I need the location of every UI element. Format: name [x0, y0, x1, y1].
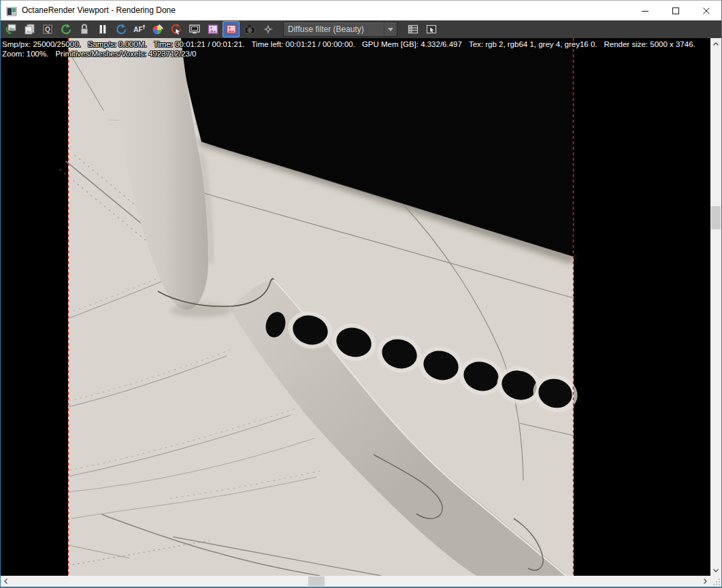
status-time-left: Time left: 00:01:21 / 00:00:00. [252, 40, 355, 48]
pick-zoom-icon: Q [41, 22, 54, 36]
vertical-scroll-thumb[interactable] [711, 206, 721, 229]
denoise-toggle-button[interactable] [259, 21, 276, 37]
minimize-icon [641, 7, 649, 15]
minimize-button[interactable] [629, 1, 660, 21]
scroll-up-button[interactable] [710, 38, 721, 50]
toolbar: Q [0, 20, 722, 38]
render-passes-button[interactable] [404, 21, 421, 37]
denoise-toggle-icon [261, 22, 275, 36]
render-region-button[interactable] [223, 21, 240, 37]
chevron-up-icon [712, 40, 720, 48]
render-viewport[interactable]: Smp/px: 25000/25000.Samp/s: 0.000M.Time:… [0, 38, 710, 576]
chevron-down-icon [712, 566, 720, 574]
white-balance-picker-button[interactable] [149, 21, 166, 37]
object-picker-icon [425, 22, 438, 36]
fit-to-viewport-icon [188, 22, 201, 36]
horizontal-scrollbar[interactable] [0, 576, 710, 587]
maximize-button[interactable] [660, 1, 691, 21]
scroll-right-button[interactable] [699, 576, 710, 587]
save-render-icon [4, 22, 18, 36]
octane-render-viewport-window: OctaneRender Viewport - Rendering Done [0, 0, 722, 588]
render-region-icon [225, 22, 238, 36]
save-render-button[interactable] [2, 21, 19, 37]
region-redraw-icon [169, 22, 183, 36]
window-title: OctaneRender Viewport - Rendering Done [22, 5, 176, 15]
status-textures: Tex: rgb 2, rgb64 1, grey 4, grey16 0. [469, 40, 597, 48]
camera-snapshot-button[interactable] [241, 21, 258, 37]
scroll-left-button[interactable] [0, 576, 12, 587]
object-picker-button[interactable] [423, 21, 440, 37]
autofocus-pick-icon: AF [132, 22, 147, 36]
region-redraw-button[interactable] [167, 21, 184, 37]
lock-resolution-icon [78, 22, 91, 36]
white-balance-picker-icon [151, 22, 165, 36]
resize-grip-icon [710, 576, 722, 587]
copy-image-icon [22, 22, 36, 36]
pause-render-icon [96, 22, 110, 36]
film-region-icon [206, 22, 220, 36]
status-primitives: Primitives/Meshes/Voxels: 4923712/23/0 [55, 50, 196, 58]
window-border-left [0, 0, 1, 588]
vertical-scrollbar[interactable] [710, 38, 721, 576]
app-icon [6, 6, 17, 17]
titlebar: OctaneRender Viewport - Rendering Done [0, 0, 722, 21]
fit-to-viewport-button[interactable] [186, 21, 203, 37]
status-samples-per-second: Samp/s: 0.000M. [88, 40, 147, 48]
camera-snapshot-icon [243, 22, 257, 36]
refresh-render-button[interactable] [112, 21, 129, 37]
render-pass-dropdown[interactable]: Diffuse filter (Beauty) [283, 22, 397, 37]
restart-render-button[interactable] [57, 21, 74, 37]
chevron-down-icon [384, 22, 397, 36]
render-pass-dropdown-value: Diffuse filter (Beauty) [284, 24, 384, 34]
chevron-right-icon [701, 577, 709, 585]
render-passes-icon [406, 22, 420, 36]
close-button[interactable] [691, 1, 721, 21]
status-samples-per-pixel: Smp/px: 25000/25000. [2, 40, 81, 48]
lock-resolution-button[interactable] [76, 21, 93, 37]
render-status-line1: Smp/px: 25000/25000.Samp/s: 0.000M.Time:… [2, 39, 702, 49]
maximize-icon [672, 7, 680, 15]
refresh-render-icon [114, 22, 128, 36]
autofocus-pick-button[interactable]: AF [131, 21, 148, 37]
render-status-line2: Zoom: 100%.Primitives/Meshes/Voxels: 492… [2, 49, 203, 59]
copy-image-button[interactable] [20, 21, 37, 37]
pick-zoom-button[interactable]: Q [39, 21, 56, 37]
close-icon [702, 7, 710, 15]
status-time: Time: 00:01:21 / 00:01:21. [154, 40, 245, 48]
status-gpu-mem: GPU Mem [GB]: 4.332/6.497 [362, 40, 462, 48]
render-image [0, 38, 710, 576]
svg-text:AF: AF [133, 26, 142, 33]
resize-grip[interactable] [710, 576, 722, 587]
pause-render-button[interactable] [94, 21, 111, 37]
chevron-left-icon [2, 577, 10, 585]
svg-text:Q: Q [45, 26, 50, 33]
scroll-down-button[interactable] [710, 564, 721, 576]
status-render-size: Render size: 5000 x 3746. [604, 40, 695, 48]
status-zoom: Zoom: 100%. [2, 50, 48, 58]
restart-render-icon [59, 22, 73, 36]
film-region-button[interactable] [204, 21, 221, 37]
horizontal-scroll-thumb[interactable] [308, 576, 325, 586]
